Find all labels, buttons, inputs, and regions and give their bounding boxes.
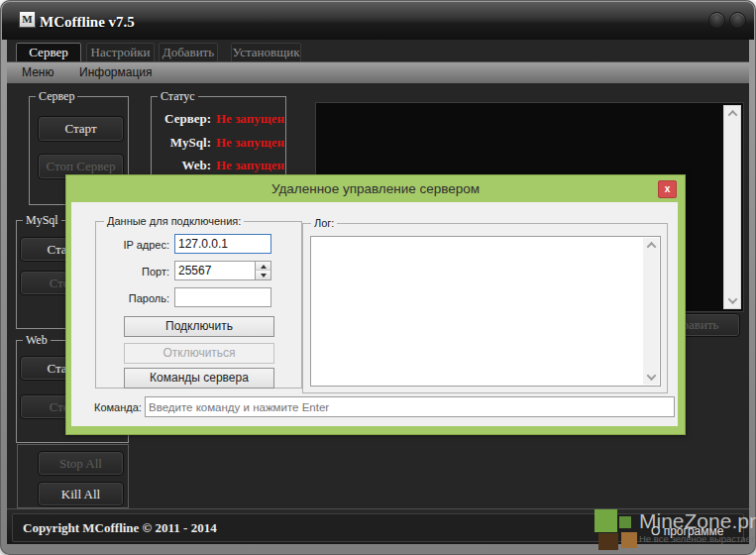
- menu-item-menu[interactable]: Меню: [18, 62, 57, 83]
- start-server-button[interactable]: Старт: [38, 116, 124, 142]
- titlebar: M MCoffline v7.5: [2, 2, 754, 40]
- app-icon: M: [19, 11, 36, 28]
- dialog-title: Удаленное управление сервером: [66, 175, 685, 202]
- statusbar-panel: Copyright MCoffline © 2011 - 2014: [12, 513, 744, 542]
- tab-server[interactable]: Сервер: [16, 43, 81, 62]
- window-title: MCoffline v7.5: [40, 12, 135, 32]
- status-server-value: Не запущен: [216, 112, 284, 126]
- stop-all-button[interactable]: Stop All: [38, 451, 124, 476]
- password-label: Пароль:: [100, 291, 169, 305]
- tab-add[interactable]: Добавить: [159, 43, 218, 62]
- connection-group-label: Данные для подключения:: [104, 214, 244, 228]
- remote-control-dialog: Удаленное управление сервером x Данные д…: [65, 174, 686, 435]
- port-label: Порт:: [100, 265, 169, 278]
- screen: M MCoffline v7.5 Сервер Настройки Добави…: [0, 0, 756, 555]
- status-mysql-value: Не запущен: [216, 136, 284, 150]
- copyright-text: Copyright MCoffline © 2011 - 2014: [23, 520, 217, 536]
- app-window: M MCoffline v7.5 Сервер Настройки Добави…: [0, 0, 756, 555]
- spin-down-icon: [261, 274, 267, 278]
- close-button[interactable]: [729, 12, 746, 29]
- log-scroll-up-icon[interactable]: [643, 238, 659, 253]
- group-bottom-buttons: Stop All Kill All: [17, 444, 129, 508]
- about-link[interactable]: О программе: [651, 524, 723, 538]
- status-server-label: Сервер:: [154, 112, 211, 126]
- dialog-body: Данные для подключения: IP адрес: Порт: …: [71, 202, 678, 426]
- port-input[interactable]: 25567: [174, 261, 271, 280]
- connection-group: Данные для подключения: IP адрес: Порт: …: [95, 221, 302, 388]
- port-spinner: [255, 262, 270, 279]
- command-label: Команда:: [94, 400, 142, 414]
- scroll-down-icon[interactable]: [724, 293, 740, 308]
- scroll-up-icon[interactable]: [724, 106, 740, 121]
- ip-label: IP адрес:: [100, 238, 169, 252]
- status-web-label: Web:: [154, 159, 211, 172]
- log-output[interactable]: [310, 236, 661, 387]
- group-mysql-label: MySql: [23, 213, 61, 227]
- status-web-value: Не запущен: [216, 159, 284, 172]
- minimize-button[interactable]: [708, 12, 725, 29]
- log-group: Лог:: [302, 223, 668, 393]
- console-scrollbar[interactable]: [723, 105, 741, 309]
- ip-input[interactable]: [174, 234, 271, 254]
- group-status-label: Статус: [158, 89, 198, 103]
- log-scrollbar[interactable]: [643, 238, 659, 385]
- tab-settings[interactable]: Настройки: [86, 43, 155, 62]
- tab-installer[interactable]: Установщик: [231, 43, 301, 62]
- command-input[interactable]: [145, 396, 675, 417]
- port-value: 25567: [178, 264, 211, 278]
- log-scroll-down-icon[interactable]: [643, 370, 659, 385]
- statusbar: Copyright MCoffline © 2011 - 2014: [7, 508, 749, 544]
- spin-up-icon: [261, 265, 267, 269]
- password-input[interactable]: [174, 287, 271, 307]
- connect-button[interactable]: Подключить: [124, 316, 274, 337]
- menu-item-info[interactable]: Информация: [75, 62, 156, 83]
- spin-down-button[interactable]: [256, 270, 270, 279]
- status-mysql-label: MySql:: [154, 136, 211, 150]
- kill-all-button[interactable]: Kill All: [38, 482, 124, 506]
- dialog-close-button[interactable]: x: [658, 180, 677, 198]
- group-web-label: Web: [23, 333, 51, 347]
- server-commands-button[interactable]: Команды сервера: [124, 368, 274, 388]
- log-group-label: Лог:: [311, 216, 337, 230]
- menubar: Меню Информация: [7, 61, 749, 83]
- group-server-label: Сервер: [36, 89, 77, 103]
- disconnect-button[interactable]: Отключиться: [124, 343, 274, 364]
